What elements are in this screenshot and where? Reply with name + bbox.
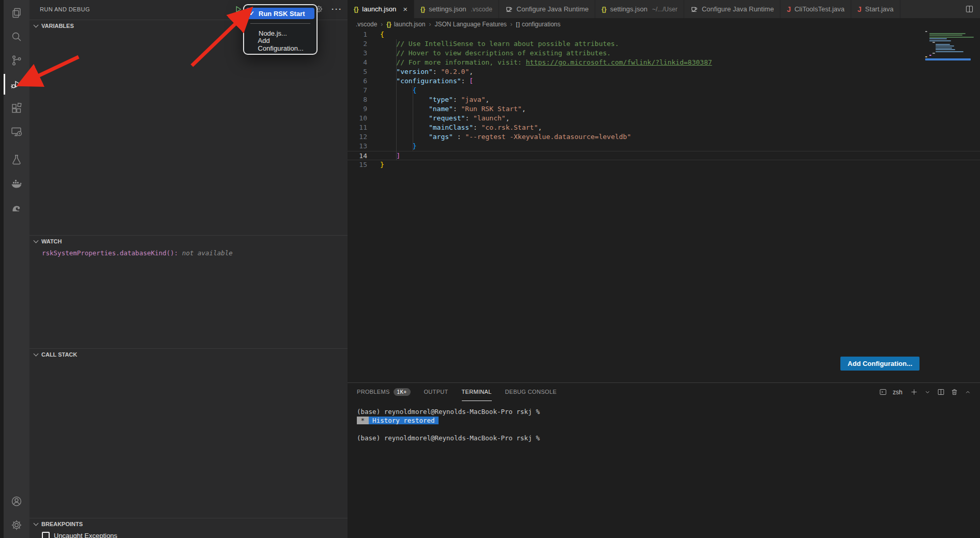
add-configuration-button[interactable]: Add Configuration...	[840, 357, 919, 371]
json-file-icon: {}	[601, 6, 606, 13]
code-line-1[interactable]: 1{	[348, 30, 980, 39]
tab-configure-java-runtime[interactable]: Configure Java Runtime	[684, 0, 780, 18]
remote-explorer-icon[interactable]	[4, 120, 29, 144]
tab-label: Configure Java Runtime	[517, 5, 589, 13]
minimap-line	[936, 48, 952, 49]
line-number: 11	[348, 123, 380, 132]
minimap-line	[936, 44, 950, 45]
panel-tab-label: OUTPUT	[424, 389, 448, 395]
testing-icon[interactable]	[4, 148, 29, 172]
tab-launch-json[interactable]: {}launch.json×	[348, 0, 414, 18]
minimap-line	[929, 33, 966, 34]
panel-tab-output[interactable]: OUTPUT	[424, 383, 448, 401]
kill-terminal-icon[interactable]	[951, 388, 958, 396]
breakpoints-header[interactable]: BREAKPOINTS	[29, 518, 348, 529]
code-line-15[interactable]: 15}	[348, 160, 980, 170]
code-line-4[interactable]: 4 // For more information, visit: https:…	[348, 58, 980, 67]
launch-profile-icon[interactable]	[879, 388, 887, 396]
code-line-6[interactable]: 6 "configurations": [	[348, 76, 980, 86]
breadcrumb-item-launch-json[interactable]: {}launch.json	[386, 21, 425, 28]
line-number: 15	[348, 160, 380, 170]
settings-gear-icon[interactable]	[4, 513, 29, 537]
breakpoint-checkbox[interactable]	[42, 532, 50, 538]
menu-item-label: Add Configuration...	[258, 37, 311, 52]
menu-separator	[250, 23, 310, 24]
breadcrumb-item-vscode[interactable]: .vscode	[356, 21, 377, 28]
breadcrumb-label: launch.json	[394, 21, 426, 28]
breadcrumb-item-json-language-features[interactable]: JSON Language Features	[434, 21, 506, 28]
watch-header[interactable]: WATCH	[29, 235, 348, 247]
tab-start-java[interactable]: JStart.java	[851, 0, 900, 18]
code-area[interactable]: 1{2 // Use IntelliSense to learn about p…	[348, 30, 980, 382]
line-content: // For more information, visit: https://…	[380, 58, 712, 67]
code-line-11[interactable]: 11 "mainClass": "co.rsk.Start",	[348, 123, 980, 132]
search-icon[interactable]	[4, 25, 29, 49]
minimap-line	[936, 45, 954, 47]
line-number: 4	[348, 58, 380, 67]
minimap-line	[929, 35, 962, 36]
terminal-line: * History restored	[357, 416, 980, 425]
panel-tab-problems[interactable]: PROBLEMS1K+	[357, 383, 411, 401]
menu-item-add-configuration[interactable]: Add Configuration...	[246, 39, 314, 50]
minimap-line	[925, 31, 927, 32]
source-control-icon[interactable]	[4, 49, 29, 72]
code-line-9[interactable]: 9 "name": "Run RSK Start",	[348, 104, 980, 114]
code-line-7[interactable]: 7 {	[348, 86, 980, 95]
split-editor-icon[interactable]	[965, 5, 974, 13]
line-number: 12	[348, 132, 380, 142]
line-content: "args" : "--regtest -Xkeyvalue.datasourc…	[380, 132, 631, 142]
tab-settings-json[interactable]: {}settings.json.vscode	[414, 0, 499, 18]
close-icon[interactable]: ×	[403, 5, 408, 13]
line-number: 2	[348, 39, 380, 49]
tab-description: .vscode	[471, 6, 492, 13]
code-line-5[interactable]: 5 "version": "0.2.0",	[348, 67, 980, 76]
breadcrumb-separator: ›	[381, 21, 383, 28]
breadcrumb-item-configurations[interactable]: [ ]configurations	[516, 21, 561, 28]
breakpoint-label: Uncaught Exceptions	[54, 532, 117, 538]
json-file-icon: {}	[354, 6, 358, 13]
tab-label: settings.json	[429, 5, 466, 13]
extensions-icon[interactable]	[4, 96, 29, 120]
terminal[interactable]: (base) reynoldmorel@Reynolds-MacBook-Pro…	[348, 401, 980, 442]
terminal-line: (base) reynoldmorel@Reynolds-MacBook-Pro…	[357, 407, 980, 416]
window-edge	[0, 0, 4, 538]
line-content: ]	[380, 151, 400, 160]
code-line-14[interactable]: 14 ]	[348, 151, 980, 160]
panel-tab-debug-console[interactable]: DEBUG CONSOLE	[505, 383, 557, 401]
minimap[interactable]	[925, 31, 973, 60]
code-line-10[interactable]: 10 "request": "launch",	[348, 114, 980, 123]
terminal-dropdown-icon[interactable]	[924, 388, 931, 396]
line-number: 8	[348, 95, 380, 104]
docker-icon[interactable]	[4, 172, 29, 195]
panel-tab-terminal[interactable]: TERMINAL	[462, 383, 492, 401]
explorer-icon[interactable]	[4, 1, 29, 25]
line-content: // Hover to view descriptions of existin…	[380, 49, 611, 58]
breakpoint-uncaught-exceptions[interactable]: Uncaught Exceptions	[29, 529, 348, 538]
split-terminal-icon[interactable]	[937, 388, 945, 396]
menu-item-label: Run RSK Start	[259, 10, 305, 18]
tab-configure-java-runtime[interactable]: Configure Java Runtime	[499, 0, 595, 18]
chevron-down-icon	[34, 351, 39, 356]
tab-settings-json[interactable]: {}settings.json~/.../User	[595, 0, 684, 18]
line-content: {	[380, 30, 384, 39]
start-debugging-play-icon[interactable]	[234, 5, 243, 14]
tab-clitoolstest-java[interactable]: JCliToolsTest.java	[780, 0, 851, 18]
account-icon[interactable]	[4, 489, 29, 513]
run-debug-icon[interactable]	[4, 72, 29, 96]
code-line-13[interactable]: 13 }	[348, 142, 980, 151]
code-line-8[interactable]: 8 "type": "java",	[348, 95, 980, 104]
gradle-icon[interactable]	[4, 195, 29, 219]
call-stack-header[interactable]: CALL STACK	[29, 348, 348, 360]
code-line-2[interactable]: 2 // Use IntelliSense to learn about pos…	[348, 39, 980, 49]
new-terminal-icon[interactable]	[910, 388, 918, 396]
code-line-3[interactable]: 3 // Hover to view descriptions of exist…	[348, 49, 980, 58]
menu-item-run-rsk-start[interactable]: ✓Run RSK Start	[246, 8, 314, 19]
code-line-12[interactable]: 12 "args" : "--regtest -Xkeyvalue.dataso…	[348, 132, 980, 142]
tab-label: CliToolsTest.java	[794, 5, 845, 13]
bottom-panel: PROBLEMS1K+OUTPUTTERMINALDEBUG CONSOLE z…	[348, 382, 980, 538]
problems-count-badge: 1K+	[394, 388, 411, 396]
maximize-panel-icon[interactable]	[964, 388, 972, 396]
more-actions-icon[interactable]: ···	[331, 5, 342, 13]
checkmark-icon: ✓	[249, 10, 257, 17]
watch-expression-row[interactable]: rskSystemProperties.databaseKind(): not …	[29, 247, 348, 257]
